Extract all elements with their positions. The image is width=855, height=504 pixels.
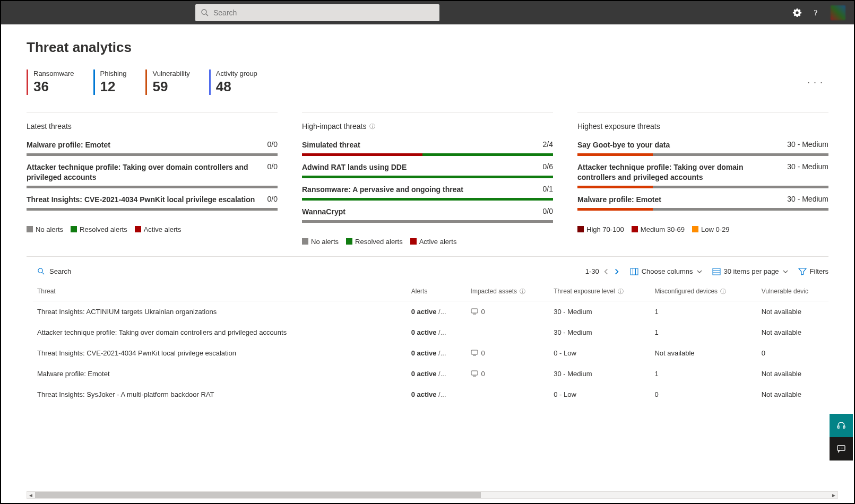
scroll-left-icon[interactable]: ◄ bbox=[27, 492, 34, 498]
cell-exposure: 30 - Medium bbox=[549, 322, 650, 343]
bar-segment bbox=[302, 153, 422, 156]
bar-segment bbox=[653, 186, 828, 188]
items-per-page-button[interactable]: 30 items per page bbox=[712, 267, 789, 276]
chevron-left-icon[interactable] bbox=[602, 268, 610, 275]
col-impacted-assets[interactable]: Impacted assets ⓘ bbox=[467, 282, 550, 301]
threat-row[interactable]: WannaCrypt0/0 bbox=[302, 207, 553, 223]
svg-point-18 bbox=[839, 448, 840, 449]
table-row[interactable]: Malware profile: Emotet0 active /... 030… bbox=[33, 363, 828, 384]
feedback-button[interactable] bbox=[830, 437, 853, 460]
global-search[interactable] bbox=[195, 4, 439, 21]
legend-item: Active alerts bbox=[135, 225, 182, 233]
asset-count: 0 bbox=[481, 349, 485, 357]
cell-misconfig: 0 bbox=[650, 384, 757, 405]
table-row[interactable]: Threat Insights: CVE-2021-4034 PwnKit lo… bbox=[33, 343, 828, 363]
items-per-page-label: 30 items per page bbox=[724, 267, 779, 275]
cell-threat: Threat Insights: ACTINIUM targets Ukrain… bbox=[33, 301, 407, 322]
main-content: Threat analytics Ransomware36Phishing12V… bbox=[1, 24, 854, 503]
table-scroll[interactable]: Threat Alerts Impacted assets ⓘ Threat e… bbox=[33, 282, 828, 503]
more-actions-button[interactable]: · · · bbox=[807, 77, 823, 88]
card-latest-threats: Latest threats Malware profile: Emotet0/… bbox=[27, 112, 278, 246]
threat-row[interactable]: Attacker technique profile: Taking over … bbox=[27, 162, 278, 188]
info-icon[interactable]: ⓘ bbox=[618, 288, 624, 294]
stat-card[interactable]: Vulnerability59 bbox=[145, 69, 189, 95]
threat-row[interactable]: Adwind RAT lands using DDE0/6 bbox=[302, 162, 553, 178]
col-threat[interactable]: Threat bbox=[33, 282, 407, 301]
table-row[interactable]: Attacker technique profile: Taking over … bbox=[33, 322, 828, 343]
cell-misconfig: 1 bbox=[650, 363, 757, 384]
legend-item: Low 0-29 bbox=[692, 225, 729, 233]
bar-segment bbox=[653, 208, 828, 211]
header-actions: ? bbox=[792, 5, 845, 20]
svg-point-19 bbox=[841, 448, 842, 449]
threat-name: Attacker technique profile: Taking over … bbox=[27, 162, 261, 183]
asset-count: 0 bbox=[481, 370, 485, 378]
bar-segment bbox=[577, 153, 653, 156]
help-icon[interactable]: ? bbox=[811, 8, 821, 18]
bar-segment bbox=[27, 208, 278, 211]
horizontal-scrollbar[interactable]: ◄ ► bbox=[27, 491, 838, 499]
table-row[interactable]: Threat Insights: SysJoker - A multi-plat… bbox=[33, 384, 828, 405]
threat-row[interactable]: Say Goot-bye to your data30 - Medium bbox=[577, 140, 828, 156]
asset-cell: 0 bbox=[471, 370, 546, 378]
threat-count: 0/0 bbox=[267, 162, 278, 171]
threat-row[interactable]: Threat Insights: CVE-2021-4034 PwnKit lo… bbox=[27, 195, 278, 211]
settings-icon[interactable] bbox=[792, 8, 802, 18]
legend-swatch bbox=[27, 226, 33, 232]
cell-vuln: Not available bbox=[757, 322, 828, 343]
table-row[interactable]: Threat Insights: ACTINIUM targets Ukrain… bbox=[33, 301, 828, 322]
table-search[interactable]: Search bbox=[37, 267, 71, 275]
cell-vuln: Not available bbox=[757, 301, 828, 322]
stat-card[interactable]: Activity group48 bbox=[209, 69, 257, 95]
progress-bar bbox=[577, 208, 828, 211]
info-icon[interactable]: ⓘ bbox=[720, 288, 726, 294]
svg-line-4 bbox=[42, 273, 45, 275]
bar-segment bbox=[27, 153, 278, 156]
chevron-right-icon[interactable] bbox=[613, 268, 620, 275]
card-highest-exposure: Highest exposure threats Say Goot-bye to… bbox=[577, 112, 828, 246]
headset-button[interactable] bbox=[830, 414, 853, 437]
threat-count: 0/0 bbox=[267, 195, 278, 203]
info-icon[interactable]: ⓘ bbox=[369, 123, 375, 131]
divider bbox=[577, 112, 828, 112]
col-exposure[interactable]: Threat exposure level ⓘ bbox=[549, 282, 650, 301]
device-icon bbox=[471, 370, 478, 377]
threat-row[interactable]: Simulated threat2/4 bbox=[302, 140, 553, 156]
stat-card[interactable]: Ransomware36 bbox=[27, 69, 74, 95]
progress-bar bbox=[577, 153, 828, 156]
cell-misconfig: Not available bbox=[650, 343, 757, 363]
filters-button[interactable]: Filters bbox=[798, 267, 828, 276]
legend-item: Resolved alerts bbox=[71, 225, 127, 233]
svg-text:?: ? bbox=[814, 8, 818, 17]
choose-columns-button[interactable]: Choose columns bbox=[630, 267, 703, 276]
threat-row[interactable]: Ransomware: A pervasive and ongoing thre… bbox=[302, 185, 553, 201]
cell-assets bbox=[467, 322, 550, 343]
threat-row[interactable]: Attacker technique profile: Taking over … bbox=[577, 162, 828, 188]
legend-label: No alerts bbox=[311, 238, 339, 246]
stat-card[interactable]: Phishing12 bbox=[93, 69, 127, 95]
col-vulnerable[interactable]: Vulnerable devic bbox=[757, 282, 828, 301]
threat-row[interactable]: Malware profile: Emotet30 - Medium bbox=[577, 195, 828, 211]
cell-threat: Malware profile: Emotet bbox=[33, 363, 407, 384]
col-alerts[interactable]: Alerts bbox=[407, 282, 467, 301]
threat-row[interactable]: Malware profile: Emotet0/0 bbox=[27, 140, 278, 156]
col-misconfigured[interactable]: Misconfigured devices ⓘ bbox=[650, 282, 757, 301]
headset-icon bbox=[836, 420, 847, 431]
divider bbox=[27, 112, 278, 112]
legend-item: No alerts bbox=[302, 238, 339, 246]
threats-table-section: Search 1-30 Choose columns 30 items per … bbox=[27, 256, 828, 503]
app-header: ? bbox=[1, 1, 854, 24]
choose-columns-label: Choose columns bbox=[642, 267, 693, 275]
global-search-input[interactable] bbox=[213, 8, 434, 17]
user-avatar[interactable] bbox=[831, 5, 845, 20]
cell-threat: Threat Insights: CVE-2021-4034 PwnKit lo… bbox=[33, 343, 407, 363]
stat-value: 36 bbox=[33, 79, 74, 95]
legend-swatch bbox=[410, 238, 417, 245]
info-icon[interactable]: ⓘ bbox=[520, 288, 525, 294]
threat-name: Attacker technique profile: Taking over … bbox=[577, 162, 781, 183]
scroll-thumb[interactable] bbox=[35, 492, 481, 498]
table-toolbar-right: 1-30 Choose columns 30 items per page F bbox=[585, 267, 828, 276]
cell-exposure: 30 - Medium bbox=[549, 301, 650, 322]
threat-count: 2/4 bbox=[543, 140, 553, 149]
scroll-right-icon[interactable]: ► bbox=[830, 492, 837, 498]
